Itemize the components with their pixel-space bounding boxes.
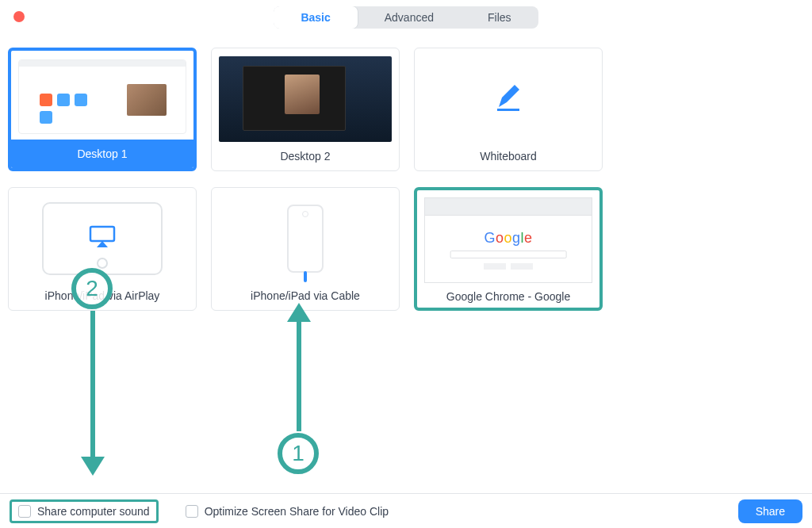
footer-bar: Share computer sound Optimize Screen Sha…: [0, 493, 812, 528]
source-label: Desktop 1: [11, 140, 193, 168]
chrome-thumbnail: Google: [417, 197, 599, 284]
source-label: Desktop 2: [280, 143, 330, 170]
desktop-1-thumbnail: [11, 54, 193, 140]
share-sound-label: Share computer sound: [37, 505, 150, 518]
checkbox-icon: [186, 505, 198, 518]
optimize-video-label: Optimize Screen Share for Video Clip: [205, 505, 389, 518]
window-close-dot[interactable]: [13, 11, 25, 22]
desktop-2-thumbnail: [212, 55, 399, 143]
svg-rect-1: [90, 227, 114, 241]
tab-basic[interactable]: Basic: [274, 6, 358, 29]
share-source-grid: Desktop 1 Desktop 2 Whiteboard: [0, 36, 812, 311]
checkbox-icon: [18, 505, 31, 518]
source-chrome[interactable]: Google Google Chrome - Google: [414, 187, 603, 311]
optimize-video-checkbox[interactable]: Optimize Screen Share for Video Clip: [181, 502, 393, 521]
pencil-icon: [492, 82, 524, 117]
tab-files[interactable]: Files: [461, 6, 538, 29]
svg-rect-0: [497, 109, 519, 111]
arrow-down-head-icon: [81, 457, 105, 476]
share-button[interactable]: Share: [738, 499, 802, 523]
tabs-container: Basic Advanced Files: [0, 0, 812, 36]
source-airplay[interactable]: iPhone/iPad via AirPlay: [8, 187, 197, 311]
tab-advanced[interactable]: Advanced: [358, 6, 461, 29]
share-sound-checkbox[interactable]: Share computer sound: [10, 499, 159, 523]
whiteboard-thumbnail: [492, 55, 524, 143]
cable-thumbnail: [212, 194, 399, 283]
step-badge-1: 1: [278, 433, 319, 474]
arrow-down-icon: [90, 311, 95, 461]
source-label: Google Chrome - Google: [446, 284, 570, 308]
source-label: iPhone/iPad via Cable: [251, 283, 360, 310]
source-whiteboard[interactable]: Whiteboard: [414, 48, 603, 171]
tabs-segmented: Basic Advanced Files: [274, 6, 538, 29]
airplay-icon: [89, 225, 116, 252]
source-desktop-1[interactable]: Desktop 1: [8, 48, 197, 171]
source-cable[interactable]: iPhone/iPad via Cable: [211, 187, 400, 311]
source-label: Whiteboard: [480, 143, 537, 170]
airplay-thumbnail: [9, 194, 196, 283]
source-label: iPhone/iPad via AirPlay: [45, 283, 160, 310]
phone-cable-icon: [287, 205, 324, 273]
source-desktop-2[interactable]: Desktop 2: [211, 48, 400, 171]
arrow-up-icon: [297, 320, 301, 431]
